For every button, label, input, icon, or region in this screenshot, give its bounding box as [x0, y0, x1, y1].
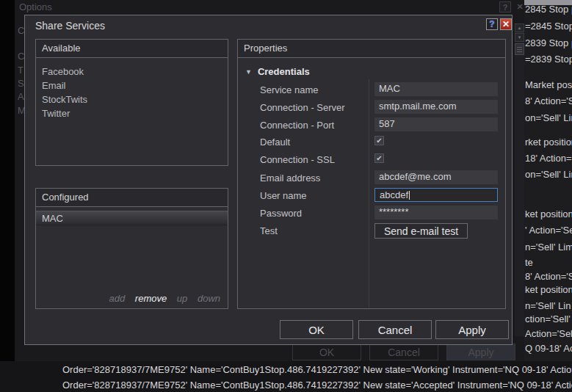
test-label: Test	[260, 225, 366, 236]
credentials-group-label: Credentials	[258, 66, 310, 77]
options-apply-button[interactable]: Apply	[446, 344, 515, 360]
log-text-fragment: ction='Sell'	[525, 313, 571, 324]
properties-panel: Properties ▼ Credentials Service name MA…	[237, 39, 506, 309]
log-text-fragment: n='Sell' Lin	[525, 300, 571, 311]
options-category-item: C	[18, 51, 24, 62]
password-input[interactable]: ********	[374, 206, 498, 219]
dialog-apply-button[interactable]: Apply	[435, 320, 509, 339]
options-close-button[interactable]: ✕	[514, 1, 526, 12]
default-checkbox[interactable]: ✔	[374, 136, 384, 145]
options-category-item: C	[18, 25, 24, 36]
default-label: Default	[260, 137, 366, 148]
log-text-fragment: 8' Action='S	[525, 95, 572, 106]
log-text-fragment: ket position	[525, 208, 572, 219]
available-header: Available	[36, 40, 228, 58]
add-link[interactable]: add	[109, 293, 126, 304]
log-text-fragment: Market posi	[525, 79, 572, 90]
thumb-grip	[517, 47, 522, 48]
available-service-item[interactable]: Twitter	[36, 106, 228, 120]
options-category-item: M	[18, 105, 24, 116]
available-service-item[interactable]: StockTwits	[36, 92, 228, 106]
email-address-input[interactable]: abcdef@me.com	[374, 170, 498, 184]
options-ok-button[interactable]: OK	[292, 344, 361, 360]
available-service-item[interactable]: Facebook	[36, 65, 228, 79]
service-name-label: Service name	[260, 84, 366, 95]
log-text-fragment: n='Sell' Limi	[525, 242, 572, 253]
scrollbar-thumb[interactable]	[515, 43, 524, 55]
options-category-item: S	[18, 78, 24, 89]
connection-server-input[interactable]: smtp.mail.me.com	[374, 100, 498, 114]
configured-header: Configured	[36, 189, 228, 207]
options-scrollbar[interactable]: ▲ ▼	[515, 23, 524, 336]
options-cancel-button[interactable]: Cancel	[369, 344, 438, 360]
properties-divider	[369, 79, 369, 307]
password-label: Password	[260, 208, 366, 219]
log-text-fragment: on='Sell' Lin	[525, 112, 572, 123]
connection-port-input[interactable]: 587	[374, 117, 498, 131]
background-log-strip: 2845 Stop p=2845 Stop2839 Stop p=2839 St…	[524, 0, 572, 361]
order-log-area: Order='828718937/7ME9752' Name='ContBuy1…	[0, 361, 572, 392]
configured-actions: add remove up down	[102, 293, 220, 304]
properties-header: Properties	[238, 40, 505, 58]
available-service-item[interactable]: Email	[36, 79, 228, 92]
user-name-value: abcdef	[380, 189, 408, 200]
collapse-triangle-icon[interactable]: ▼	[245, 68, 252, 76]
log-text-fragment: Q 09-18' Ac	[525, 343, 572, 354]
log-text-fragment: 2839 Stop p	[525, 37, 572, 48]
connection-port-label: Connection - Port	[260, 120, 366, 131]
log-text-fragment: on='Sell' Lin	[525, 169, 572, 180]
log-text-fragment: 8' Action='S	[525, 271, 572, 282]
log-text-fragment: =2845 Stop	[525, 21, 572, 32]
up-link[interactable]: up	[177, 293, 187, 304]
checkmark-icon: ✔	[376, 154, 382, 162]
dialog-close-button[interactable]: ✕	[500, 18, 512, 30]
log-text-fragment: ' Action='Se	[525, 225, 572, 236]
remove-link[interactable]: remove	[135, 293, 167, 304]
order-log-line: Order='828718937/7ME9752' Name='ContBuy1…	[62, 380, 572, 391]
log-text-fragment: Action='Sell	[525, 328, 572, 339]
connection-ssl-label: Connection - SSL	[260, 154, 366, 165]
dialog-ok-button[interactable]: OK	[280, 320, 353, 339]
log-text-fragment: =2839 Stop	[525, 54, 572, 65]
options-help-button[interactable]: ?	[499, 1, 511, 12]
service-name-input[interactable]: MAC	[374, 82, 498, 96]
log-text-fragment: rket position	[525, 137, 572, 148]
configured-service-item[interactable]: MAC	[36, 211, 228, 225]
options-category-item: A	[18, 91, 24, 102]
send-email-test-button[interactable]: Send e-mail test	[374, 223, 468, 239]
configured-panel: Configured MAC add remove up down	[35, 188, 228, 309]
dialog-help-button[interactable]: ?	[486, 18, 498, 30]
share-services-dialog: Share Services ? ✕ Available FacebookEma…	[24, 15, 513, 345]
log-text-fragment: 18' Action='S	[525, 153, 572, 164]
email-address-label: Email address	[260, 173, 366, 184]
log-text-fragment: te	[525, 257, 533, 268]
connection-ssl-checkbox[interactable]: ✔	[374, 153, 384, 163]
scroll-down-icon[interactable]: ▼	[515, 33, 524, 42]
scroll-up-icon[interactable]: ▲	[515, 23, 524, 32]
dialog-cancel-button[interactable]: Cancel	[358, 320, 432, 339]
thumb-grip	[517, 49, 522, 50]
available-list: FacebookEmailStockTwitsTwitter	[36, 58, 228, 120]
order-log-line: Order='828718937/7ME9752' Name='ContBuy1…	[62, 364, 572, 375]
checkmark-icon: ✔	[376, 137, 382, 145]
available-panel: Available FacebookEmailStockTwitsTwitter	[35, 39, 228, 166]
down-link[interactable]: down	[198, 293, 220, 304]
dialog-title: Share Services	[35, 20, 105, 32]
connection-server-label: Connection - Server	[260, 102, 366, 113]
options-window-title: Options	[19, 1, 52, 12]
log-text-fragment: 2845 Stop p	[525, 4, 572, 15]
thumb-grip	[517, 51, 522, 52]
log-text-fragment: ket position	[525, 284, 572, 295]
user-name-label: User name	[260, 190, 366, 201]
credentials-group[interactable]: ▼ Credentials	[245, 66, 310, 77]
text-caret	[409, 191, 410, 200]
user-name-input[interactable]: abcdef	[374, 188, 498, 202]
options-category-item: T	[18, 65, 24, 76]
